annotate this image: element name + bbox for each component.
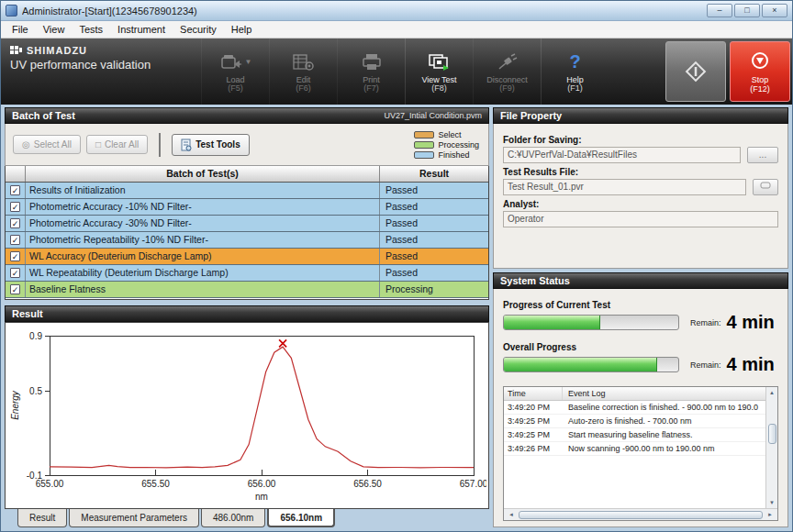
svg-text:656.50: 656.50: [353, 479, 382, 489]
legend-processing-swatch: [414, 141, 434, 149]
result-tabs: Result Measurement Parameters 486.00nm 6…: [5, 509, 489, 527]
system-status-title: System Status: [500, 275, 570, 286]
table-row[interactable]: ✓ Baseline Flatness Processing: [6, 282, 488, 298]
event-log-hscrollbar[interactable]: ◄ ►: [504, 508, 777, 520]
row-checkbox[interactable]: ✓: [10, 284, 20, 294]
minimize-button[interactable]: –: [707, 4, 732, 17]
test-tools-button[interactable]: Test Tools: [172, 134, 250, 156]
scroll-up-icon[interactable]: ▲: [769, 387, 775, 398]
overall-progress-bar: [503, 357, 679, 372]
clear-all-button[interactable]: □ Clear All: [86, 135, 148, 154]
event-log-row[interactable]: 3:49:26 PM Now scanning -900.00 nm to 19…: [504, 442, 765, 456]
table-row[interactable]: ✓ Photometric Repeatability -10% ND Filt…: [6, 232, 488, 249]
overall-remain-value: 4 min: [727, 354, 775, 375]
current-test-remain-value: 4 min: [727, 312, 775, 333]
browse-folder-button[interactable]: ...: [747, 147, 778, 163]
stop-button[interactable]: Stop (F12): [730, 41, 790, 102]
row-checkbox[interactable]: ✓: [10, 218, 20, 228]
controls-divider: [159, 133, 161, 157]
event-log-vscrollbar[interactable]: ▲ ▼: [765, 387, 777, 508]
row-checkbox[interactable]: ✓: [10, 185, 20, 195]
progress-fill: [504, 358, 657, 371]
batch-panel-title: Batch of Test: [12, 110, 75, 121]
help-icon: ?: [569, 50, 580, 75]
select-all-icon: ◎: [22, 139, 30, 150]
table-row[interactable]: ✓ WL Accuracy (Deuterium Discharge Lamp)…: [6, 249, 488, 265]
table-row[interactable]: ✓ Results of Initialization Passed: [6, 183, 488, 199]
vscroll-thumb[interactable]: [768, 424, 776, 444]
tab-result[interactable]: Result: [17, 509, 67, 527]
clear-all-icon: □: [95, 139, 101, 150]
scroll-left-icon[interactable]: ◄: [506, 512, 517, 517]
help-button[interactable]: ? Help (F1): [541, 39, 609, 105]
app-subtitle: UV performance validation: [10, 58, 192, 72]
batch-table: Batch of Test(s) Result ✓ Results of Ini…: [5, 166, 489, 300]
load-dropdown-icon[interactable]: ▼: [245, 58, 252, 66]
toolbar: SHIMADZU UV performance validation ▼ Loa…: [1, 39, 792, 105]
menu-security[interactable]: Security: [173, 23, 224, 36]
row-checkbox[interactable]: ✓: [10, 202, 20, 212]
scroll-down-icon[interactable]: ▼: [769, 497, 775, 508]
batch-table-header: Batch of Test(s) Result: [6, 166, 488, 183]
view-test-icon: [427, 50, 452, 75]
app-icon: [6, 5, 17, 17]
hscroll-thumb[interactable]: [519, 511, 763, 519]
file-property-header: File Property: [493, 107, 788, 124]
title-bar[interactable]: Administrator-[Start](12345678901234) – …: [1, 1, 792, 21]
status-legend: Select Processing Finished: [414, 130, 481, 160]
menu-help[interactable]: Help: [224, 23, 260, 36]
legend-finished-swatch: [414, 151, 434, 159]
menu-file[interactable]: File: [5, 23, 36, 36]
event-log-row[interactable]: 3:49:25 PM Auto-zero is finished. - 700.…: [504, 415, 765, 428]
menu-tests[interactable]: Tests: [72, 23, 110, 36]
svg-text:0.9: 0.9: [29, 331, 42, 341]
load-button[interactable]: ▼ Load (F5): [201, 39, 269, 105]
edit-button[interactable]: Edit (F6): [269, 39, 337, 105]
folder-field[interactable]: C:¥UVPerfVal-Data¥ResultFiles: [503, 147, 741, 163]
event-log-row[interactable]: 3:49:20 PM Baseline correction is finish…: [504, 401, 765, 415]
main-content: Batch of Test UV27_Intial Condition.pvm …: [1, 105, 792, 531]
select-all-button[interactable]: ◎ Select All: [13, 135, 81, 154]
menu-instrument[interactable]: Instrument: [110, 23, 173, 36]
svg-text:657.00: 657.00: [460, 479, 486, 489]
analyst-field[interactable]: Operator: [503, 211, 778, 227]
row-checkbox[interactable]: ✓: [10, 251, 20, 261]
current-test-progress-label: Progress of Current Test: [503, 300, 778, 310]
result-panel-body: 0.90.5-0.1655.00655.50656.00656.50657.00…: [5, 322, 489, 509]
current-test-progress-bar: [503, 315, 679, 330]
start-button[interactable]: [665, 41, 726, 102]
svg-text:655.50: 655.50: [141, 479, 170, 489]
row-checkbox[interactable]: ✓: [10, 235, 20, 245]
result-panel-title: Result: [12, 308, 43, 319]
test-results-file-field[interactable]: Test Result_01.pvr: [503, 179, 746, 195]
analyst-label: Analyst:: [503, 199, 778, 209]
print-button[interactable]: Print (F7): [337, 39, 405, 105]
file-property-title: File Property: [500, 110, 562, 121]
tab-486nm[interactable]: 486.00nm: [201, 509, 265, 527]
result-chart: 0.90.5-0.1655.00655.50656.00656.50657.00…: [7, 325, 486, 506]
close-button[interactable]: ×: [762, 4, 787, 17]
scroll-right-icon[interactable]: ►: [765, 512, 776, 517]
brand-block: SHIMADZU UV performance validation: [1, 39, 201, 105]
svg-text:0.5: 0.5: [29, 386, 42, 396]
tab-measurement-parameters[interactable]: Measurement Parameters: [69, 509, 199, 527]
file-options-button[interactable]: [753, 179, 778, 195]
remain-label: Remain:: [690, 318, 721, 327]
table-row[interactable]: ✓ Photometric Accuracy -10% ND Filter- P…: [6, 199, 488, 216]
system-status-body: Progress of Current Test Remain: 4 min O…: [493, 289, 788, 527]
menu-view[interactable]: View: [36, 23, 73, 36]
menu-bar: File View Tests Instrument Security Help: [1, 21, 792, 39]
file-options-icon: [760, 181, 771, 190]
row-checkbox[interactable]: ✓: [10, 268, 20, 278]
svg-text:655.00: 655.00: [36, 479, 64, 489]
event-log: Time Event Log 3:49:20 PM Baseline corre…: [503, 386, 778, 521]
tab-656nm[interactable]: 656.10nm: [267, 509, 335, 527]
table-row[interactable]: ✓ Photometric Accuracy -30% ND Filter- P…: [6, 216, 488, 232]
table-row[interactable]: ✓ WL Repeatability (Deuterium Discharge …: [6, 265, 488, 282]
edit-icon: [292, 50, 316, 75]
view-test-button[interactable]: View Test (F8): [405, 39, 473, 105]
event-log-row[interactable]: 3:49:25 PM Start measuring baseline flat…: [504, 428, 765, 442]
progress-fill: [504, 316, 600, 329]
disconnect-button[interactable]: Disconnect (F9): [473, 39, 541, 105]
maximize-button[interactable]: □: [734, 4, 760, 17]
